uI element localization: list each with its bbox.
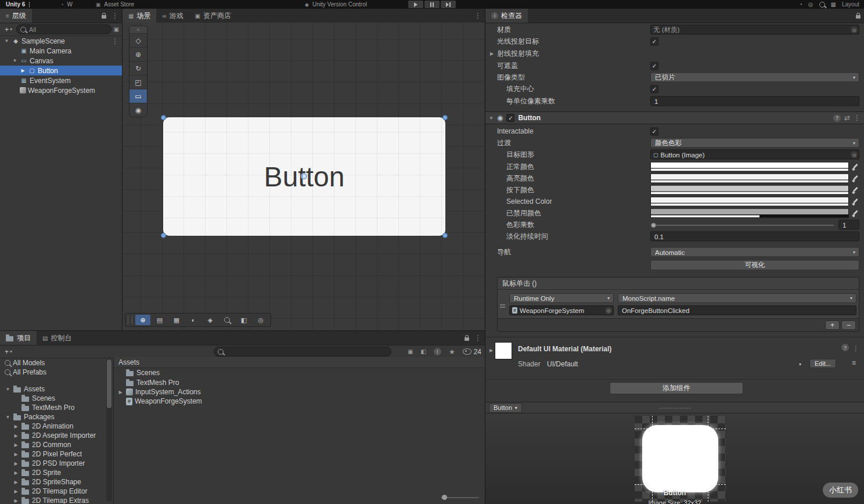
foldout-icon[interactable]: ▶: [117, 390, 124, 395]
hierarchy-row-weaponforgesystem[interactable]: WeaponForgeSystem: [0, 85, 122, 95]
fill-center-checkbox[interactable]: ✓: [650, 85, 658, 93]
visualize-button[interactable]: 可视化: [650, 260, 859, 270]
eyedropper-icon[interactable]: [851, 208, 859, 218]
lock-icon[interactable]: [856, 15, 861, 19]
material-object-field[interactable]: 无 (材质) ⊙: [650, 25, 859, 35]
pivot-mode-icon[interactable]: ▤: [152, 315, 167, 325]
normal-color-field[interactable]: [650, 162, 849, 172]
navigation-dropdown[interactable]: Automatic ▾: [650, 247, 859, 257]
tree-row-2d-pixel-perfect[interactable]: ▶ 2D Pixel Perfect: [0, 449, 113, 459]
foldout-icon[interactable]: ▶: [13, 424, 19, 429]
scene-options-icon[interactable]: ⋮: [111, 37, 118, 45]
layers-icon[interactable]: ◧: [236, 315, 251, 325]
tree-row-assets[interactable]: ▼ Assets: [0, 384, 113, 394]
eyedropper-icon[interactable]: [851, 174, 859, 183]
eyedropper-icon[interactable]: [851, 162, 859, 171]
pivot-handle[interactable]: [301, 173, 307, 179]
rotate-tool-button[interactable]: ↻: [129, 61, 147, 75]
component-enabled-checkbox[interactable]: ✓: [506, 114, 514, 122]
foldout-icon[interactable]: ▶: [13, 433, 19, 438]
tab-inspector[interactable]: i 检查器: [485, 9, 528, 23]
object-picker-icon[interactable]: ⊙: [851, 152, 858, 159]
lock-icon[interactable]: [465, 337, 469, 341]
tab-console[interactable]: ▤ 控制台: [37, 331, 77, 345]
asset-item-inputsystem-actions[interactable]: ▶ InputSystem_Actions: [114, 387, 485, 397]
favorites-star-icon[interactable]: ★: [449, 348, 455, 356]
slider-thumb[interactable]: [651, 222, 656, 228]
tree-row-2d-spriteshape[interactable]: ▶ 2D SpriteShape: [0, 477, 113, 487]
foldout-icon[interactable]: ▶: [13, 498, 19, 503]
tree-row-textmeshpro[interactable]: TextMesh Pro: [0, 403, 113, 412]
event-method-field[interactable]: OnForgeButtonClicked: [618, 305, 856, 315]
pause-button[interactable]: [424, 1, 440, 8]
open-search-window-icon[interactable]: ▣: [114, 26, 119, 33]
scale-tool-button[interactable]: ◰: [129, 75, 147, 89]
search-icon[interactable]: [219, 315, 235, 325]
asset-item-scenes[interactable]: Scenes: [114, 368, 485, 377]
preview-drag-handle[interactable]: [659, 408, 690, 409]
tree-row-2d-tilemap-editor[interactable]: ▶ 2D Tilemap Editor: [0, 487, 113, 496]
layout-menu[interactable]: Layout: [842, 1, 859, 8]
event-target-object-field[interactable]: # WeaponForgeSystem ⊙: [509, 305, 614, 315]
foldout-icon[interactable]: ▶: [20, 68, 26, 73]
foldout-icon[interactable]: ▶: [13, 480, 19, 485]
foldout-icon[interactable]: ▶: [13, 470, 19, 476]
project-search-input[interactable]: [214, 347, 391, 357]
shading-mode-icon[interactable]: ◐: [186, 315, 201, 325]
foldout-icon[interactable]: ▶: [13, 461, 19, 466]
asset-item-weaponforgesystem[interactable]: # WeaponForgeSystem: [114, 397, 485, 406]
add-component-button[interactable]: 添加组件: [610, 382, 743, 394]
transition-dropdown[interactable]: 颜色色彩 ▾: [650, 138, 859, 148]
button-component-header[interactable]: ▼ ◉ ✓ Button ? ⇄ ⋮: [485, 111, 864, 124]
foldout-icon[interactable]: ▼: [5, 415, 11, 420]
tree-row-2d-sprite[interactable]: ▶ 2D Sprite: [0, 468, 113, 477]
filter-by-label-icon[interactable]: !: [434, 348, 441, 355]
tree-row-2d-aseprite[interactable]: ▶ 2D Aseprite Importer: [0, 431, 113, 440]
help-icon[interactable]: ?: [833, 114, 841, 122]
foldout-icon[interactable]: ▼: [489, 116, 494, 121]
event-mode-dropdown[interactable]: Runtime Only ▾: [509, 293, 614, 303]
hierarchy-row-scene[interactable]: ▼ ◆ SampleScene ⋮: [0, 36, 122, 46]
disabled-color-field[interactable]: [650, 208, 849, 218]
remove-listener-button[interactable]: −: [841, 321, 856, 330]
play-button[interactable]: [408, 1, 423, 8]
material-preview-swatch[interactable]: [495, 342, 512, 359]
hierarchy-row-eventsystem[interactable]: ▦ EventSystem: [0, 75, 122, 85]
grid-snap-icon[interactable]: ▦: [169, 315, 184, 325]
account-menu[interactable]: W: [67, 1, 72, 8]
foldout-icon[interactable]: ▼: [12, 58, 18, 63]
fade-duration-input[interactable]: 0.1: [650, 232, 859, 242]
pixels-per-unit-input[interactable]: 1: [650, 96, 859, 106]
search-icon[interactable]: [819, 2, 825, 8]
pressed-color-field[interactable]: [650, 185, 849, 195]
image-type-dropdown[interactable]: 已切片 ▾: [650, 73, 859, 82]
hierarchy-row-button[interactable]: ▶ ▢ Button: [0, 66, 122, 75]
gizmos-icon[interactable]: ◈: [203, 315, 218, 325]
maskable-checkbox[interactable]: ✓: [650, 62, 658, 70]
rect-tool-button[interactable]: ▭: [129, 89, 147, 103]
raycast-target-checkbox[interactable]: ✓: [650, 37, 658, 45]
thumbnail-zoom-slider[interactable]: [441, 495, 479, 501]
tab-project[interactable]: 项目: [0, 331, 37, 345]
open-in-search-icon[interactable]: ▣: [408, 348, 413, 355]
lock-icon[interactable]: [102, 15, 106, 19]
scrollbar-thumb[interactable]: [107, 359, 111, 408]
scene-viewport[interactable]: ≡ ◇ ⊕ ↻ ◰ ▭ ◉ Button ⊕ ▤ ▦ ◐ ◈ ◧ ◎: [123, 23, 485, 330]
foldout-icon[interactable]: ▶: [489, 348, 493, 353]
object-picker-icon[interactable]: ⊙: [851, 27, 858, 34]
edit-shader-button[interactable]: Edit...: [809, 359, 836, 368]
asset-store-menu[interactable]: Asset Store: [104, 1, 134, 8]
create-button[interactable]: +▾: [3, 26, 14, 34]
rect-handle-top-left[interactable]: [161, 115, 166, 120]
panel-menu-icon[interactable]: ⋮: [111, 12, 118, 20]
tree-row-2d-tilemap-extras[interactable]: ▶ 2D Tilemap Extras: [0, 496, 113, 504]
foldout-icon[interactable]: ▶: [490, 51, 494, 56]
tree-row-scenes[interactable]: Scenes: [0, 394, 113, 403]
raycast-padding-row[interactable]: ▶ 射线投射填充: [485, 48, 864, 59]
toolbar-drag-handle[interactable]: [128, 316, 132, 324]
foldout-icon[interactable]: ▶: [13, 452, 19, 457]
tab-hierarchy[interactable]: ≡ 层级: [0, 9, 32, 23]
material-menu-icon[interactable]: ⋮: [852, 344, 859, 352]
highlighted-color-field[interactable]: [650, 174, 849, 183]
scene-ui-button-element[interactable]: Button: [163, 117, 445, 236]
